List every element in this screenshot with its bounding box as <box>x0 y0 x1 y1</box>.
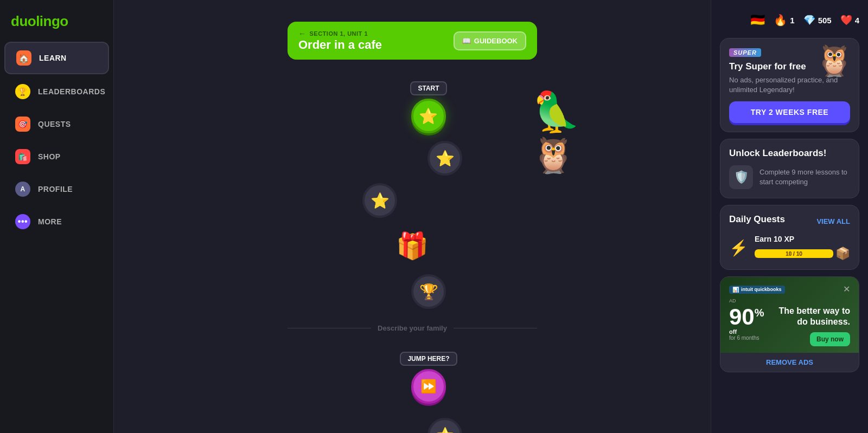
leaderboard-card: Unlock Leaderboards! 🛡️ Complete 9 more … <box>720 139 859 198</box>
quest-item: ⚡ Earn 10 XP 10 / 10 📦 <box>729 235 850 261</box>
heart-icon: ❤️ <box>840 14 852 26</box>
shop-icon: 🛍️ <box>15 149 30 164</box>
stat-gems: 💎 505 <box>803 14 832 26</box>
section-divider: Describe your family <box>288 324 537 332</box>
view-all-button[interactable]: VIEW ALL <box>816 217 850 225</box>
stat-hearts: ❤️ 4 <box>840 14 859 26</box>
sidebar-label-quests: QUESTS <box>38 120 71 128</box>
stat-flag[interactable]: 🇩🇪 <box>750 13 765 27</box>
ad-tagline: The better way to do business. <box>769 306 850 328</box>
star-locked-icon-3: ⭐ <box>371 192 390 210</box>
node2[interactable]: ⭐ <box>427 141 462 176</box>
learn-icon: 🏠 <box>16 50 31 66</box>
leaderboard-card-title: Unlock Leaderboards! <box>729 148 850 159</box>
super-trial-button[interactable]: TRY 2 WEEKS FREE <box>729 101 850 123</box>
jump-button[interactable]: ⏩ <box>411 369 446 404</box>
leaderboards-icon: 🏆 <box>15 84 30 99</box>
path-container: START ⭐ 🦜 🦉 ⭐ ⭐ 🎁 <box>114 70 711 433</box>
super-badge: SUPER <box>729 48 761 57</box>
divider-text: Describe your family <box>378 324 447 332</box>
sidebar-item-shop[interactable]: 🛍️ SHOP <box>4 141 109 172</box>
jump-label: JUMP HERE? <box>400 352 457 366</box>
progress-chest-icon: 📦 <box>835 247 850 261</box>
sidebar-label-shop: SHOP <box>38 152 61 161</box>
profile-icon: A <box>15 182 30 197</box>
quest-lightning-icon: ⚡ <box>729 239 748 257</box>
sidebar: duolingo 🏠 LEARN 🏆 LEADERBOARDS 🎯 QUESTS… <box>0 0 114 433</box>
top-stats: 🇩🇪 🔥 1 💎 505 ❤️ 4 <box>720 9 859 31</box>
sidebar-item-more[interactable]: ••• MORE <box>4 206 109 237</box>
star-locked-icon-extra: ⭐ <box>436 426 455 434</box>
ad-close-icon[interactable]: ✕ <box>843 284 850 294</box>
section-banner: ← SECTION 1, UNIT 1 Order in a cafe 📖 GU… <box>288 22 537 60</box>
leaderboard-shield-icon: 🛡️ <box>729 165 753 189</box>
gems-count: 505 <box>818 16 832 25</box>
section-label: ← SECTION 1, UNIT 1 <box>298 29 382 38</box>
ad-card: 📊 intuit quickbooks AD ✕ 90% off for 6 m… <box>720 276 859 372</box>
right-panel: 🇩🇪 🔥 1 💎 505 ❤️ 4 🦉 SUPER Try Super for … <box>711 0 868 433</box>
star-icon: ⭐ <box>419 107 438 125</box>
quests-icon: 🎯 <box>15 117 30 132</box>
extra-node-wrapper: ⭐ <box>427 418 462 433</box>
daily-quests-card: Daily Quests VIEW ALL ⚡ Earn 10 XP 10 / … <box>720 205 859 270</box>
gem-icon: 💎 <box>803 14 815 26</box>
ad-image: 📊 intuit quickbooks AD ✕ 90% off for 6 m… <box>720 277 859 353</box>
jump-section: JUMP HERE? ⏩ <box>400 352 457 404</box>
ad-percent: 90% <box>729 306 764 328</box>
shield-icon: 🛡️ <box>734 170 749 184</box>
node2-wrapper: ⭐ <box>427 141 462 176</box>
sidebar-item-profile[interactable]: A PROFILE <box>4 174 109 204</box>
extra-locked-node[interactable]: ⭐ <box>427 418 462 433</box>
ad-logo: 📊 intuit quickbooks <box>729 286 785 294</box>
quest-content: Earn 10 XP 10 / 10 📦 <box>755 235 850 261</box>
sidebar-label-leaderboards: LEADERBOARDS <box>38 87 105 96</box>
node3-wrapper: ⭐ <box>362 183 397 218</box>
star-locked-icon-2: ⭐ <box>436 150 455 167</box>
trophy-icon: 🏆 <box>419 283 438 301</box>
sidebar-item-leaderboards[interactable]: 🏆 LEADERBOARDS <box>4 76 109 107</box>
super-card: 🦉 SUPER Try Super for free No ads, perso… <box>720 38 859 132</box>
hearts-count: 4 <box>855 16 859 25</box>
guidebook-button[interactable]: 📖 GUIDEBOOK <box>454 31 526 50</box>
trophy-node[interactable]: 🏆 <box>411 274 446 309</box>
logo: duolingo <box>0 9 113 41</box>
stat-streak: 🔥 1 <box>774 14 794 27</box>
main-content: ← SECTION 1, UNIT 1 Order in a cafe 📖 GU… <box>114 0 711 433</box>
start-node-wrapper: START ⭐ <box>410 81 446 133</box>
sidebar-label-profile: PROFILE <box>38 185 73 193</box>
sidebar-label-learn: LEARN <box>39 54 67 62</box>
sidebar-item-quests[interactable]: 🎯 QUESTS <box>4 109 109 139</box>
leaderboard-desc: Complete 9 more lessons to start competi… <box>760 167 850 187</box>
owl-mascot: 🦜 🦉 <box>532 89 580 176</box>
section-title: Order in a cafe <box>298 38 382 52</box>
start-node[interactable]: ⭐ <box>411 99 446 133</box>
chest-wrapper: 🎁 <box>393 225 432 267</box>
sidebar-label-more: MORE <box>38 217 62 226</box>
trophy-wrapper: 🏆 <box>411 274 446 309</box>
divider-line-left <box>288 328 371 328</box>
chest-icon: 🎁 <box>396 231 429 261</box>
streak-count: 1 <box>790 16 794 25</box>
ad-ad-label: AD <box>729 298 785 303</box>
fire-icon: 🔥 <box>774 14 787 27</box>
super-owl-mascot: 🦉 <box>815 43 853 79</box>
more-icon: ••• <box>15 214 30 229</box>
jump-icon: ⏩ <box>420 379 437 394</box>
start-label: START <box>410 81 446 95</box>
ad-months-text: for 6 months <box>729 335 764 341</box>
remove-ads-button[interactable]: REMOVE ADS <box>720 353 859 372</box>
daily-quests-title: Daily Quests <box>729 214 785 225</box>
chest-node[interactable]: 🎁 <box>393 230 432 262</box>
quest-header: Daily Quests VIEW ALL <box>729 214 850 228</box>
sidebar-item-learn[interactable]: 🏠 LEARN <box>4 42 109 74</box>
guidebook-icon: 📖 <box>462 37 471 45</box>
quest-title: Earn 10 XP <box>755 235 850 243</box>
node3[interactable]: ⭐ <box>362 183 397 218</box>
flag-icon: 🇩🇪 <box>750 13 765 27</box>
quest-progress-bar: 10 / 10 <box>755 249 833 258</box>
ad-buy-button[interactable]: Buy now <box>810 332 850 346</box>
divider-line-right <box>454 328 537 328</box>
quest-progress-fill: 10 / 10 <box>755 249 833 258</box>
